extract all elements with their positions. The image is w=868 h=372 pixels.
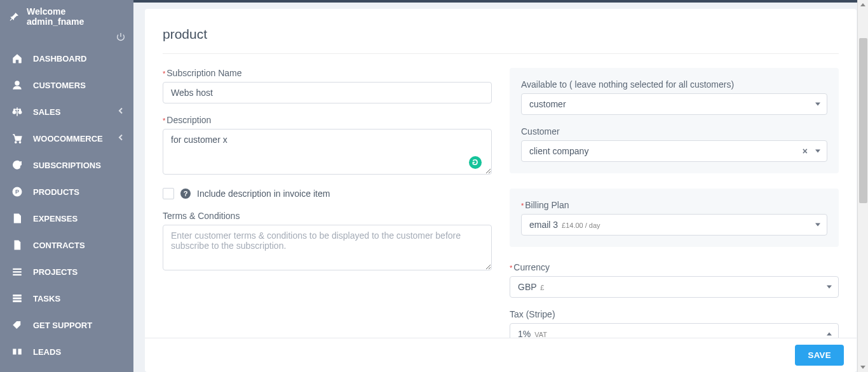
form-left: *Subscription Name *Description bbox=[163, 68, 492, 338]
p-circle-icon: P bbox=[11, 186, 23, 197]
sidebar-header: Welcome admin_fname bbox=[0, 0, 133, 29]
sidebar-item-label: EXPENSES bbox=[33, 214, 78, 223]
product-card: product *Subscription Name *Description bbox=[145, 9, 857, 338]
billing-plan-select[interactable]: email 3 £14.00 / day bbox=[521, 214, 827, 236]
include-description-checkbox[interactable]: ? Include description in invoice item bbox=[163, 188, 492, 199]
select-value: email 3 bbox=[529, 220, 558, 230]
scales-icon bbox=[11, 106, 23, 117]
browser-scrollbar[interactable] bbox=[857, 0, 868, 372]
svg-rect-9 bbox=[13, 298, 22, 300]
file-icon bbox=[11, 213, 23, 224]
svg-point-1 bbox=[15, 142, 17, 143]
svg-rect-5 bbox=[13, 269, 22, 270]
description-input[interactable] bbox=[163, 129, 492, 175]
customer-label: Customer bbox=[521, 126, 827, 136]
chevron-left-icon bbox=[118, 107, 123, 117]
logout-row bbox=[0, 29, 133, 45]
svg-rect-7 bbox=[13, 274, 22, 276]
sidebar-item-label: SUBSCRIPTIONS bbox=[33, 161, 101, 170]
sidebar-item-label: DASHBOARD bbox=[33, 54, 87, 63]
sidebar-item-expenses[interactable]: EXPENSES bbox=[0, 205, 133, 232]
sidebar-item-contracts[interactable]: CONTRACTS bbox=[0, 232, 133, 258]
svg-rect-8 bbox=[13, 295, 22, 296]
tax-suffix: VAT bbox=[534, 331, 547, 338]
sidebar-item-label: CONTRACTS bbox=[33, 241, 85, 250]
available-to-label: Available to ( leave nothing selected fo… bbox=[521, 79, 827, 90]
customer-select[interactable]: client company × bbox=[521, 140, 827, 162]
chevron-down-icon bbox=[827, 286, 832, 289]
tag-icon bbox=[11, 319, 23, 331]
grammarly-icon[interactable] bbox=[469, 156, 482, 169]
home-icon bbox=[11, 53, 23, 64]
main: product *Subscription Name *Description bbox=[133, 0, 868, 372]
sidebar-item-label: TASKS bbox=[33, 294, 60, 303]
sidebar-item-subscriptions[interactable]: SUBSCRIPTIONS bbox=[0, 152, 133, 178]
chevron-down-icon bbox=[815, 150, 820, 153]
sidebar-item-leads[interactable]: LEADS bbox=[0, 338, 133, 365]
clear-icon[interactable]: × bbox=[803, 146, 808, 156]
sidebar-item-knowledge-base[interactable]: KNOWLEDGE BASE bbox=[0, 365, 133, 372]
refresh-icon bbox=[11, 159, 23, 171]
sidebar-item-sales[interactable]: SALES bbox=[0, 98, 133, 125]
sidebar-item-label: GET SUPPORT bbox=[33, 321, 92, 330]
chevron-down-icon bbox=[815, 223, 820, 227]
sidebar-item-woocommerce[interactable]: WOOCOMMERCE bbox=[0, 125, 133, 152]
terms-label: Terms & Conditions bbox=[163, 211, 492, 221]
sidebar-item-label: SALES bbox=[33, 107, 60, 117]
page-title: product bbox=[163, 27, 839, 54]
label-text: Subscription Name bbox=[166, 68, 241, 78]
sidebar-item-products[interactable]: P PRODUCTS bbox=[0, 178, 133, 205]
terms-input[interactable] bbox=[163, 225, 492, 270]
scrollbar-thumb[interactable] bbox=[859, 38, 867, 203]
app-root: Welcome admin_fname DASHBOARD CUSTOMERS … bbox=[0, 0, 868, 372]
form-right: Available to ( leave nothing selected fo… bbox=[510, 68, 839, 338]
available-to-select[interactable]: customer bbox=[521, 93, 827, 115]
cart-icon bbox=[11, 133, 23, 144]
currency-select[interactable]: GBP £ bbox=[510, 276, 839, 298]
billing-plan-label: *Billing Plan bbox=[521, 200, 827, 210]
help-icon[interactable]: ? bbox=[180, 189, 191, 199]
power-icon[interactable] bbox=[116, 32, 126, 44]
label-text: Billing Plan bbox=[525, 200, 569, 210]
tax-select[interactable]: 1% VAT bbox=[510, 323, 839, 338]
sidebar-item-customers[interactable]: CUSTOMERS bbox=[0, 72, 133, 98]
label-text: Description bbox=[166, 115, 211, 125]
content-scroll[interactable]: product *Subscription Name *Description bbox=[133, 3, 868, 338]
currency-symbol: £ bbox=[540, 284, 544, 291]
sidebar-item-tasks[interactable]: TASKS bbox=[0, 285, 133, 312]
checkbox-icon bbox=[163, 188, 174, 199]
svg-rect-11 bbox=[13, 349, 16, 355]
sidebar-item-dashboard[interactable]: DASHBOARD bbox=[0, 45, 133, 72]
sidebar-item-label: CUSTOMERS bbox=[33, 81, 86, 90]
bars-icon bbox=[11, 266, 23, 277]
sidebar-item-label: PROJECTS bbox=[33, 267, 78, 277]
sidebar-item-label: WOOCOMMERCE bbox=[33, 134, 103, 143]
sidebar-item-get-support[interactable]: GET SUPPORT bbox=[0, 312, 133, 338]
form-columns: *Subscription Name *Description bbox=[163, 68, 839, 338]
svg-point-2 bbox=[19, 142, 20, 143]
currency-group: *Currency GBP £ bbox=[510, 262, 839, 298]
page-icon bbox=[11, 239, 23, 251]
sidebar-item-projects[interactable]: PROJECTS bbox=[0, 258, 133, 285]
scroll-down-icon bbox=[860, 366, 865, 369]
save-button[interactable]: SAVE bbox=[795, 345, 844, 366]
description-wrap bbox=[163, 129, 492, 176]
chevron-left-icon bbox=[118, 134, 123, 143]
description-group: *Description bbox=[163, 115, 492, 176]
subscription-name-input[interactable] bbox=[163, 82, 492, 103]
select-value: client company bbox=[529, 146, 588, 156]
checkbox-label: Include description in invoice item bbox=[197, 189, 330, 199]
terms-group: Terms & Conditions bbox=[163, 211, 492, 272]
description-label: *Description bbox=[163, 115, 492, 125]
leads-icon bbox=[11, 346, 23, 357]
available-to-group: Available to ( leave nothing selected fo… bbox=[521, 79, 827, 115]
billing-plan-group: *Billing Plan email 3 £14.00 / day bbox=[521, 200, 827, 236]
currency-label: *Currency bbox=[510, 262, 839, 272]
select-value: customer bbox=[529, 99, 566, 109]
billing-plan-suffix: £14.00 / day bbox=[562, 222, 600, 229]
sidebar: Welcome admin_fname DASHBOARD CUSTOMERS … bbox=[0, 0, 133, 372]
svg-text:P: P bbox=[15, 189, 19, 195]
welcome-text: Welcome admin_fname bbox=[27, 6, 125, 27]
sidebar-item-label: PRODUCTS bbox=[33, 187, 79, 197]
subscription-name-group: *Subscription Name bbox=[163, 68, 492, 103]
